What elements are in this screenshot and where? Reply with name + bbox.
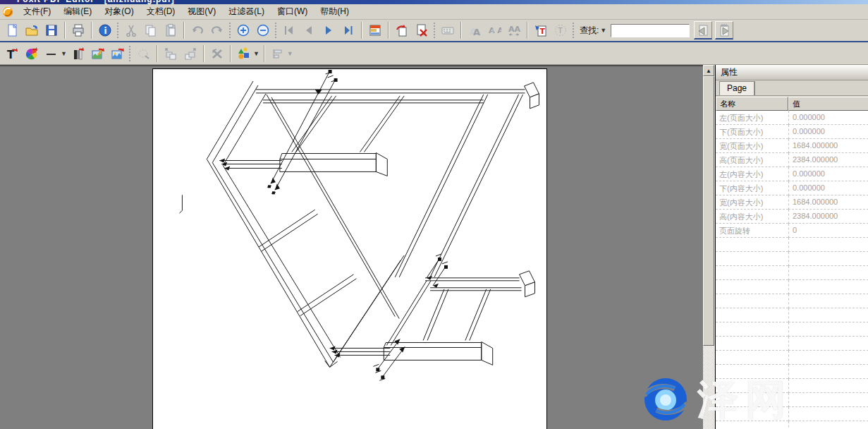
menu-bar: 文件(F)编辑(E)对象(O)文档(D)视图(V)过滤器(L)窗口(W)帮助(H… [0, 4, 868, 20]
property-row[interactable]: 宽(内容大小)1684.000000 [716, 195, 868, 210]
scrollbar-thumb[interactable] [703, 76, 714, 346]
tab-page[interactable]: Page [719, 81, 754, 95]
column-header-value[interactable]: 值 [788, 97, 868, 111]
font-button[interactable]: AA [465, 21, 484, 40]
column-header-name[interactable]: 名称 [716, 97, 788, 111]
panel-title: 属性 [716, 65, 868, 80]
separator [183, 22, 185, 39]
find-input[interactable] [611, 24, 690, 37]
menu-item[interactable]: 窗口(W) [271, 5, 314, 18]
undo-button[interactable] [188, 21, 207, 40]
next-page-button[interactable] [319, 21, 338, 40]
panel-tabs: Page [716, 80, 868, 96]
rotate-page-button[interactable] [393, 21, 411, 40]
scroll-up-button[interactable]: ▲ [703, 65, 714, 76]
toolbar-grip[interactable] [116, 23, 118, 38]
svg-text:AA: AA [508, 25, 521, 34]
open-file-button[interactable] [23, 21, 41, 40]
page-layout-button[interactable] [366, 21, 384, 40]
copy-button[interactable] [142, 21, 160, 40]
toolbar-grip[interactable] [433, 23, 435, 38]
property-row[interactable] [716, 322, 868, 337]
property-row[interactable] [716, 280, 868, 294]
property-row[interactable] [716, 421, 868, 429]
menu-item[interactable]: 过滤器(L) [222, 5, 271, 18]
select-object-button[interactable] [135, 44, 153, 63]
save-button[interactable] [42, 21, 61, 40]
char-scale-button[interactable]: AA [505, 21, 523, 40]
insert-text-button[interactable]: T [532, 21, 550, 40]
zoom-in-button[interactable] [234, 21, 252, 40]
property-row[interactable] [716, 252, 868, 266]
align-objects-button[interactable] [269, 44, 287, 63]
vertical-scrollbar[interactable]: ▲ [703, 65, 714, 429]
keyboard-button[interactable] [439, 21, 457, 40]
main-area: ▲ 属性 Page 名称 值 左(页面大小)0.000000下(页面大小)0.0… [0, 65, 868, 429]
new-document-button[interactable] [3, 21, 21, 40]
property-row[interactable] [716, 365, 868, 379]
zoom-out-button[interactable] [254, 21, 272, 40]
add-text-button[interactable]: T [3, 44, 21, 63]
toolbar-grip[interactable] [228, 23, 231, 38]
find-label: 查找: [580, 25, 599, 37]
line-tool-button[interactable] [42, 44, 61, 63]
edit-image-button[interactable] [89, 44, 107, 63]
property-row[interactable]: 宽(页面大小)1684.000000 [716, 139, 868, 153]
replace-image-button[interactable] [109, 44, 127, 63]
paste-button[interactable] [161, 21, 180, 40]
property-row[interactable] [716, 351, 868, 365]
property-row[interactable] [716, 266, 868, 280]
property-row[interactable]: 下(页面大小)0.000000 [716, 125, 868, 139]
property-row[interactable] [716, 393, 868, 407]
menu-item[interactable]: 帮助(H) [314, 5, 355, 18]
toolbar-grip[interactable] [572, 23, 574, 38]
find-next-button[interactable] [715, 21, 733, 40]
add-color-button[interactable] [23, 44, 41, 63]
text-circle-button[interactable]: T [551, 21, 570, 40]
toolbar-objects: T ▼ ▼ ▼ [0, 42, 868, 65]
property-row[interactable] [716, 379, 868, 393]
previous-page-button[interactable] [300, 21, 318, 40]
property-row[interactable]: 高(页面大小)2384.000000 [716, 153, 868, 167]
delete-page-button[interactable] [412, 21, 431, 40]
property-row[interactable] [716, 337, 868, 351]
menu-item[interactable]: 文件(F) [17, 5, 57, 18]
first-page-button[interactable] [280, 21, 298, 40]
property-row[interactable]: 下(内容大小)0.000000 [716, 181, 868, 195]
shading-tool-button[interactable] [69, 44, 87, 63]
char-spacing-button[interactable]: A A [485, 21, 503, 40]
toolbar-grip[interactable] [129, 46, 131, 61]
property-row[interactable] [716, 238, 868, 252]
cut-button[interactable] [122, 21, 140, 40]
send-backward-button[interactable] [161, 44, 180, 63]
find-previous-button[interactable] [694, 21, 712, 40]
document-app-icon[interactable] [1, 6, 14, 18]
property-row[interactable] [716, 407, 868, 421]
property-row[interactable]: 高(内容大小)2384.000000 [716, 210, 868, 224]
toolbar-grip[interactable] [274, 23, 276, 38]
delete-object-button[interactable] [208, 44, 226, 63]
line-tool-dropdown-arrow[interactable]: ▼ [61, 50, 67, 57]
align-dropdown-arrow[interactable]: ▼ [287, 50, 293, 57]
menu-item[interactable]: 视图(V) [181, 5, 222, 18]
separator [157, 45, 158, 62]
insert-shape-button[interactable] [235, 44, 253, 63]
document-canvas[interactable] [0, 65, 703, 429]
bring-forward-button[interactable] [181, 44, 200, 63]
menu-item[interactable]: 对象(O) [98, 5, 140, 18]
print-button[interactable] [69, 21, 87, 40]
menu-item[interactable]: 编辑(E) [57, 5, 98, 18]
pdf-page[interactable] [152, 68, 547, 429]
property-row[interactable] [716, 308, 868, 322]
property-row[interactable]: 页面旋转0 [716, 224, 868, 238]
last-page-button[interactable] [339, 21, 357, 40]
property-row[interactable]: 左(页面大小)0.000000 [716, 111, 868, 125]
menu-item[interactable]: 文档(D) [140, 5, 182, 18]
redo-button[interactable] [208, 21, 226, 40]
insert-shape-dropdown-arrow[interactable]: ▼ [253, 50, 259, 57]
property-table: 名称 值 左(页面大小)0.000000下(页面大小)0.000000宽(页面大… [716, 97, 868, 429]
property-row[interactable] [716, 294, 868, 308]
find-dropdown-arrow[interactable]: ▼ [600, 27, 606, 34]
property-row[interactable]: 左(内容大小)0.000000 [716, 167, 868, 181]
document-info-button[interactable]: i [96, 21, 114, 40]
